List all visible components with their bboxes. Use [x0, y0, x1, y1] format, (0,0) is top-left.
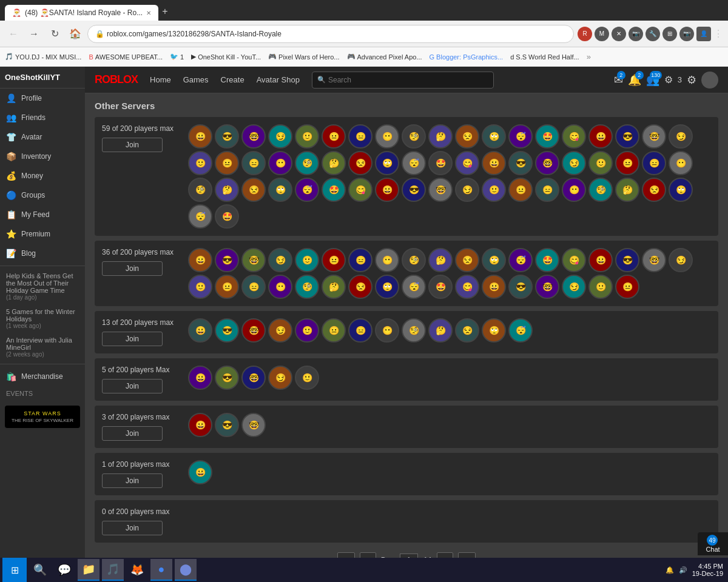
- bookmark-5[interactable]: 🎮 Pixel Wars of Hero...: [268, 53, 339, 61]
- list-item[interactable]: 🙄: [268, 178, 292, 202]
- list-item[interactable]: 🤓: [642, 124, 666, 149]
- nav-home[interactable]: Home: [150, 75, 171, 84]
- list-item[interactable]: 😏: [562, 275, 586, 299]
- list-item[interactable]: 😒: [455, 318, 479, 343]
- list-item[interactable]: 😋: [455, 151, 479, 175]
- robux-amount[interactable]: 3: [678, 75, 682, 84]
- list-item[interactable]: 😐: [322, 248, 346, 272]
- list-item[interactable]: 🧐: [588, 178, 613, 202]
- list-item[interactable]: 😴: [295, 178, 319, 202]
- list-item[interactable]: 🤓: [535, 275, 559, 299]
- list-item[interactable]: 😐: [615, 275, 639, 299]
- list-item[interactable]: 😀: [188, 366, 212, 390]
- list-item[interactable]: 😀: [188, 124, 212, 149]
- sidebar-item-money[interactable]: 💰 Money: [0, 166, 85, 186]
- list-item[interactable]: 🤓: [535, 151, 559, 175]
- list-item[interactable]: 😴: [508, 248, 533, 272]
- list-item[interactable]: 😑: [241, 151, 266, 175]
- list-item[interactable]: 😐: [215, 151, 239, 175]
- taskbar-cortana-icon[interactable]: 💬: [53, 559, 75, 581]
- blog-post-2[interactable]: 5 Games for the Winter Holidays (1 week …: [0, 304, 85, 333]
- list-item[interactable]: 🙂: [295, 124, 319, 149]
- join-button-1[interactable]: Join: [102, 261, 163, 276]
- list-item[interactable]: 🧐: [188, 178, 212, 202]
- list-item[interactable]: 🤓: [241, 413, 266, 437]
- sidebar-item-blog[interactable]: 📝 Blog: [0, 244, 85, 263]
- taskbar-chrome[interactable]: ●: [150, 559, 172, 581]
- list-item[interactable]: 🙄: [375, 151, 399, 175]
- list-item[interactable]: 😒: [348, 151, 372, 175]
- list-item[interactable]: 🤓: [642, 248, 666, 272]
- list-item[interactable]: 🤩: [215, 204, 239, 229]
- list-item[interactable]: 😐: [322, 318, 346, 343]
- list-item[interactable]: 😑: [348, 124, 372, 149]
- next-page-button[interactable]: ›: [437, 552, 453, 558]
- list-item[interactable]: 🙄: [482, 248, 506, 272]
- list-item[interactable]: 😶: [375, 124, 399, 149]
- sidebar-item-profile[interactable]: 👤 Profile: [0, 89, 85, 108]
- messages-icon[interactable]: ✉ 2: [614, 73, 623, 87]
- taskbar-discord[interactable]: ⬤: [175, 559, 197, 581]
- settings-icon[interactable]: ⚙: [687, 73, 696, 87]
- list-item[interactable]: 😒: [642, 178, 666, 202]
- list-item[interactable]: 🤔: [428, 124, 453, 149]
- list-item[interactable]: 😋: [455, 275, 479, 299]
- list-item[interactable]: 😐: [322, 124, 346, 149]
- browser-icon-1[interactable]: R: [578, 27, 592, 41]
- sidebar-item-myfeed[interactable]: 📋 My Feed: [0, 205, 85, 224]
- sidebar-item-avatar[interactable]: 👕 Avatar: [0, 127, 85, 147]
- list-item[interactable]: 😴: [188, 204, 212, 229]
- list-item[interactable]: 🤩: [535, 248, 559, 272]
- active-tab[interactable]: 🎅 (48) 🎅SANTA! Island Royale - Ro... ✕: [5, 5, 158, 21]
- list-item[interactable]: 😎: [615, 124, 639, 149]
- browser-icon-3[interactable]: ✕: [612, 27, 626, 41]
- sidebar-item-groups[interactable]: 🔵 Groups: [0, 186, 85, 205]
- list-item[interactable]: 😎: [508, 151, 533, 175]
- list-item[interactable]: 😒: [455, 124, 479, 149]
- list-item[interactable]: 😎: [215, 318, 239, 343]
- sidebar-item-premium[interactable]: ⭐ Premium: [0, 224, 85, 244]
- list-item[interactable]: 😏: [268, 366, 292, 390]
- bookmark-4[interactable]: ▶ OneShot Kill - YouT...: [191, 53, 261, 61]
- taskbar-search-icon[interactable]: 🔍: [29, 559, 51, 581]
- list-item[interactable]: 😒: [348, 275, 372, 299]
- list-item[interactable]: 😀: [482, 275, 506, 299]
- more-bookmarks[interactable]: »: [587, 52, 591, 61]
- list-item[interactable]: 😋: [562, 124, 586, 149]
- friends-nav-icon[interactable]: 👥 130: [646, 73, 659, 87]
- list-item[interactable]: 🤓: [428, 178, 453, 202]
- user-avatar-nav[interactable]: [701, 72, 718, 89]
- list-item[interactable]: 🙄: [482, 124, 506, 149]
- list-item[interactable]: 😐: [508, 178, 533, 202]
- list-item[interactable]: 🤔: [615, 178, 639, 202]
- list-item[interactable]: 😶: [562, 178, 586, 202]
- list-item[interactable]: 😎: [215, 366, 239, 390]
- list-item[interactable]: 😎: [508, 275, 533, 299]
- taskbar-winamp[interactable]: 🎵: [102, 559, 124, 581]
- list-item[interactable]: 🙂: [188, 151, 212, 175]
- start-button[interactable]: ⊞: [2, 558, 27, 582]
- join-button-0[interactable]: Join: [102, 138, 163, 152]
- list-item[interactable]: 😴: [402, 151, 426, 175]
- more-options[interactable]: ⋮: [713, 28, 723, 39]
- last-page-button[interactable]: »: [458, 552, 476, 558]
- join-button-6[interactable]: Join: [102, 521, 163, 535]
- nav-avatar-shop[interactable]: Avatar Shop: [257, 75, 300, 84]
- list-item[interactable]: 😶: [375, 318, 399, 343]
- list-item[interactable]: 🧐: [295, 151, 319, 175]
- browser-icon-2[interactable]: M: [595, 27, 609, 41]
- new-tab-button[interactable]: +: [158, 2, 171, 21]
- list-item[interactable]: 😀: [482, 151, 506, 175]
- list-item[interactable]: 😋: [348, 178, 372, 202]
- home-button[interactable]: 🏠: [67, 25, 84, 42]
- bookmark-2[interactable]: B AWESOME UPBEAT...: [89, 53, 163, 61]
- bookmark-6[interactable]: 🎮 Advanced Pixel Apo...: [347, 53, 422, 61]
- list-item[interactable]: 😀: [188, 460, 212, 484]
- taskbar-icon-3[interactable]: 🦊: [126, 559, 148, 581]
- bookmark-3[interactable]: 🐦 1: [170, 53, 184, 61]
- star-wars-banner[interactable]: STAR WARS THE RISE OF SKYWALKER: [5, 406, 80, 428]
- join-button-5[interactable]: Join: [102, 473, 163, 488]
- browser-icon-5[interactable]: 🔧: [645, 27, 660, 41]
- join-button-4[interactable]: Join: [102, 426, 163, 441]
- list-item[interactable]: 😀: [588, 124, 613, 149]
